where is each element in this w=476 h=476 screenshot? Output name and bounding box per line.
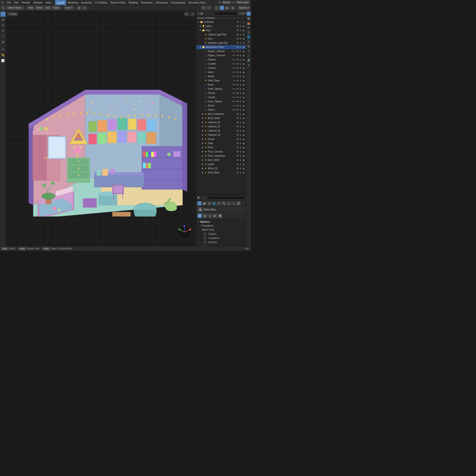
tree-arrow-lights2[interactable] [201,163,204,166]
add-cube-btn[interactable]: ⬜ [0,58,6,63]
sort-icon[interactable]: ⇅ [239,12,241,15]
tree-arrow-bed-footboard[interactable] [201,113,204,116]
tree-item-windows-light-ray[interactable]: ▼ Windows Light Ray 👁 ⊙ ◈ [196,41,246,45]
rpi-object[interactable]: ▼ [247,39,251,44]
mode-geometry-nodes[interactable]: Geometry Nod... [187,0,209,5]
candles-select-icon[interactable]: ⊙ [239,63,242,65]
books-visibility-icon[interactable]: 👁 [236,75,239,78]
viewport-shading-wire[interactable]: ◫ [214,6,219,10]
c02-rend[interactable]: ◈ [242,125,245,128]
floor-rend[interactable]: ◈ [242,146,245,149]
cursor-tool-btn[interactable]: ⊕ [0,17,6,22]
mode-animation[interactable]: Animation [139,0,154,5]
tree-arrow-book-shelf[interactable] [201,117,204,120]
books-select-icon[interactable]: ⊙ [239,75,242,78]
tree-item-lights[interactable]: 💡 Lights 👁 ⊙ ◈ [196,24,246,28]
locations-checkbox[interactable] [204,237,206,239]
transform-header[interactable]: ▾ Transform [198,224,244,228]
do-visibility-icon[interactable]: 👁 [236,100,239,103]
tree-item-closet[interactable]: ▼ Closet 👁 ⊙ ◈ [196,137,246,141]
scale-tool-btn[interactable]: ⤡ [0,34,6,39]
closet-rend[interactable]: ◈ [242,138,245,141]
world-icon-btn[interactable]: 🌐 [212,201,216,205]
tree-item-flowers[interactable]: ▷ Flowers ▼27 👁 ⊙ ◈ [196,58,246,62]
viewport-camera-btn[interactable]: ⊡ View [7,12,18,16]
clr-render-icon[interactable]: ◈ [242,33,245,36]
mode-texture-paint[interactable]: Texture Paint [109,0,127,5]
proportional-edit-icon[interactable]: ⊙ [82,6,87,10]
move-tool-btn[interactable]: ✛ [0,23,6,28]
c04-sel[interactable]: ⊙ [239,134,242,136]
viewport[interactable]: ★ ✦ ★ [6,11,196,246]
closet-sel[interactable]: ⊙ [239,138,242,141]
tree-item-liquids[interactable]: ▷ Liquids ▼11 👁 ⊙ ◈ [196,95,246,100]
select-icon[interactable]: ⊙ [239,21,242,23]
outliner-search[interactable] [206,11,238,16]
liquids-select-icon[interactable]: ⊙ [239,96,242,99]
shoes-select-icon[interactable]: ⊙ [239,104,242,107]
desk-rend[interactable]: ◈ [242,142,245,145]
sb-select-icon[interactable]: ⊙ [239,79,242,82]
mode-shading[interactable]: Shading [127,0,139,5]
tree-item-bed-footboard[interactable]: ▼ Bed_Footboard 👁 ⊙ ◈ [196,112,246,116]
tree-arrow-rays[interactable] [199,29,202,32]
select-tool-btn[interactable]: ↖ [0,12,6,17]
tree-arrow-gem-shelf[interactable] [201,159,204,162]
c01-vis[interactable]: 👁 [236,121,239,124]
so-visibility-icon[interactable]: 👁 [236,88,239,90]
select-button[interactable]: Select [35,6,44,10]
rpi-data[interactable]: ◈ [247,63,251,67]
tree-item-collection[interactable]: 📁 Collection 👁 ⊙ ◈ [196,20,246,24]
closet-vis[interactable]: 👁 [236,138,239,141]
flowers-select-icon[interactable]: ⊙ [239,58,242,61]
fc-rend[interactable]: ◈ [242,150,245,153]
l2-vis[interactable]: 👁 [236,163,239,166]
wlr-select-icon[interactable]: ⊙ [239,42,242,44]
ws-icon-3[interactable]: ▶ [213,213,217,218]
bs-select-icon[interactable]: ⊙ [239,117,242,120]
tree-item-gems[interactable]: ▷ Gems ▼16 👁 ⊙ ◈ [196,70,246,74]
books-render-icon[interactable]: ◈ [242,75,245,78]
tree-item-cabinet-light-ray[interactable]: ▼ Cabinet Light Ray 👁 ⊙ ◈ [196,33,246,37]
active-tool-icon[interactable]: ▣ [202,201,206,205]
bf-render-icon[interactable]: ◈ [242,113,245,116]
tree-item-shelf-main[interactable]: ▼ Shelf_Main 👁 ⊙ ◈ [196,170,246,175]
tree-item-dust[interactable]: ▼ Dust 👁 ⊙ ◈ [196,37,246,41]
floor-sel[interactable]: ⊙ [239,146,242,149]
tree-item-books[interactable]: ▷ Books ▼57 👁 ⊙ ◈ [196,74,246,79]
tree-item-desk[interactable]: ▼ Desk 👁 ⊙ ◈ [196,141,246,146]
glass-render-icon[interactable]: ◈ [242,84,245,86]
tree-item-papres-textures[interactable]: ▷ Papres_Textures ▼47 👁 ⊙ ◈ [196,53,246,58]
tree-item-shelf-objects[interactable]: ▷ Shelf_Objects ▼49 👁 ⊙ ◈ [196,87,246,91]
filter-type-icon[interactable]: ⊞ [242,12,244,15]
rpi-view-layer[interactable]: 👁 [247,26,251,30]
tree-item-pencils[interactable]: ▷ Pencils ▼19 👁 ⊙ ◈ [196,91,246,95]
do-render-icon[interactable]: ◈ [242,100,245,103]
render-icon[interactable]: ◈ [242,21,245,23]
overlay-icon[interactable]: ⊕ [201,6,206,10]
tree-item-gem-shelf[interactable]: ▼ Gem_Shelf 👁 ⊙ ◈ [196,158,246,162]
options-header[interactable]: ▾ Options [198,220,244,224]
so-select-icon[interactable]: ⊙ [239,88,242,90]
viewport-shading-render[interactable]: ◈ [230,6,235,10]
gems-render-icon[interactable]: ◈ [242,71,245,74]
shoes-visibility-icon[interactable]: 👁 [236,104,239,107]
tree-item-cabined-01[interactable]: ▼ Cabined_01 👁 ⊙ ◈ [196,120,246,125]
desk-vis[interactable]: 👁 [236,142,239,145]
clr-select-icon[interactable]: ⊙ [239,33,242,36]
scene-selector[interactable]: Scene [222,1,231,4]
object-button[interactable]: Object [51,6,61,10]
tree-item-cabined-04[interactable]: ▼ Cabined_04 👁 ⊙ ◈ [196,133,246,137]
mode-compositing[interactable]: Compositing [169,0,187,5]
fh-vis[interactable]: 👁 [236,154,239,157]
snap-icon[interactable]: ⊞ [77,6,81,10]
m-sel[interactable]: ⊙ [239,167,242,170]
tree-item-stephanies-room[interactable]: 📁 Stephanies Room 👁 ⊙ ◈ [196,45,246,49]
tree-item-floor[interactable]: ▼ Floor 👁 ⊙ ◈ [196,146,246,150]
m-vis[interactable]: 👁 [236,167,239,170]
gems-select-icon[interactable]: ⊙ [239,71,242,74]
lights-visibility-icon[interactable]: 👁 [236,25,239,28]
tree-item-lights2[interactable]: ▼ Lights 👁 ⊙ ◈ [196,162,246,166]
tree-arrow-shelf-main[interactable] [201,171,204,174]
c04-vis[interactable]: 👁 [236,134,239,136]
